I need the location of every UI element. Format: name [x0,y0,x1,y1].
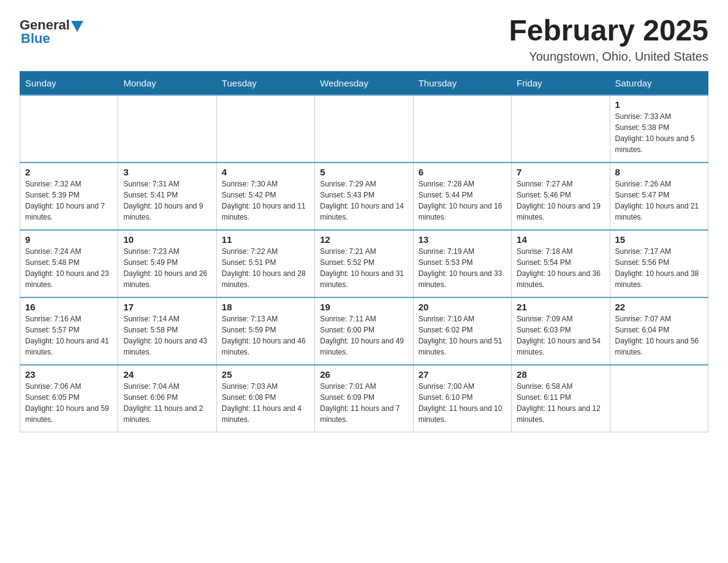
day-info: Sunrise: 7:32 AMSunset: 5:39 PMDaylight:… [25,178,113,223]
day-info: Sunrise: 7:29 AMSunset: 5:43 PMDaylight:… [320,178,408,223]
day-number: 28 [517,369,604,380]
day-info: Sunrise: 7:30 AMSunset: 5:42 PMDaylight:… [222,178,309,223]
day-number: 15 [615,234,703,245]
calendar-table: SundayMondayTuesdayWednesdayThursdayFrid… [20,71,708,433]
day-of-week-header: Tuesday [216,71,314,95]
day-info: Sunrise: 6:58 AMSunset: 6:11 PMDaylight:… [517,381,604,425]
day-number: 6 [419,167,506,177]
day-info: Sunrise: 7:14 AMSunset: 5:58 PMDaylight:… [123,313,211,358]
calendar-header-row: SundayMondayTuesdayWednesdayThursdayFrid… [20,71,708,95]
day-of-week-header: Monday [118,71,216,95]
day-info: Sunrise: 7:03 AMSunset: 6:08 PMDaylight:… [222,381,309,425]
calendar-cell: 8Sunrise: 7:26 AMSunset: 5:47 PMDaylight… [610,163,708,230]
logo-triangle-icon [71,21,83,32]
calendar-cell: 24Sunrise: 7:04 AMSunset: 6:06 PMDayligh… [118,365,216,432]
calendar-cell: 10Sunrise: 7:23 AMSunset: 5:49 PMDayligh… [118,230,216,297]
calendar-cell [315,95,413,163]
calendar-cell: 19Sunrise: 7:11 AMSunset: 6:00 PMDayligh… [315,297,413,365]
day-number: 4 [222,167,309,177]
calendar-cell: 23Sunrise: 7:06 AMSunset: 6:05 PMDayligh… [20,365,118,432]
calendar-cell: 6Sunrise: 7:28 AMSunset: 5:44 PMDaylight… [413,163,511,230]
day-info: Sunrise: 7:00 AMSunset: 6:10 PMDaylight:… [419,381,506,425]
day-number: 13 [419,234,506,245]
calendar-cell: 5Sunrise: 7:29 AMSunset: 5:43 PMDaylight… [315,163,413,230]
day-info: Sunrise: 7:28 AMSunset: 5:44 PMDaylight:… [419,178,506,223]
day-number: 22 [615,302,703,312]
day-info: Sunrise: 7:16 AMSunset: 5:57 PMDaylight:… [25,313,113,358]
calendar-cell: 16Sunrise: 7:16 AMSunset: 5:57 PMDayligh… [20,297,118,365]
calendar-cell: 26Sunrise: 7:01 AMSunset: 6:09 PMDayligh… [315,365,413,432]
calendar-cell: 17Sunrise: 7:14 AMSunset: 5:58 PMDayligh… [118,297,216,365]
day-number: 26 [320,369,408,380]
day-info: Sunrise: 7:22 AMSunset: 5:51 PMDaylight:… [222,246,309,290]
calendar-cell [20,95,118,163]
calendar-cell: 1Sunrise: 7:33 AMSunset: 5:38 PMDaylight… [610,95,708,163]
day-number: 27 [419,369,506,380]
day-number: 21 [517,302,604,312]
day-number: 24 [123,369,211,380]
day-of-week-header: Saturday [610,71,708,95]
day-info: Sunrise: 7:21 AMSunset: 5:52 PMDaylight:… [320,246,408,290]
location-subtitle: Youngstown, Ohio, United States [509,50,708,64]
calendar-cell: 4Sunrise: 7:30 AMSunset: 5:42 PMDaylight… [216,163,314,230]
day-info: Sunrise: 7:17 AMSunset: 5:56 PMDaylight:… [615,246,703,290]
day-number: 9 [25,234,113,245]
calendar-cell: 25Sunrise: 7:03 AMSunset: 6:08 PMDayligh… [216,365,314,432]
day-info: Sunrise: 7:31 AMSunset: 5:41 PMDaylight:… [123,178,211,223]
calendar-cell: 21Sunrise: 7:09 AMSunset: 6:03 PMDayligh… [512,297,610,365]
day-number: 8 [615,167,703,177]
page-header: General Blue February 2025 Youngstown, O… [20,15,708,64]
calendar-cell: 15Sunrise: 7:17 AMSunset: 5:56 PMDayligh… [610,230,708,297]
month-title: February 2025 [509,15,708,47]
day-number: 19 [320,302,408,312]
calendar-cell: 11Sunrise: 7:22 AMSunset: 5:51 PMDayligh… [216,230,314,297]
calendar-cell [512,95,610,163]
day-of-week-header: Wednesday [315,71,413,95]
calendar-week-row: 23Sunrise: 7:06 AMSunset: 6:05 PMDayligh… [20,365,708,432]
day-info: Sunrise: 7:33 AMSunset: 5:38 PMDaylight:… [615,111,703,155]
calendar-cell: 27Sunrise: 7:00 AMSunset: 6:10 PMDayligh… [413,365,511,432]
day-info: Sunrise: 7:07 AMSunset: 6:04 PMDaylight:… [615,313,703,358]
calendar-cell [118,95,216,163]
calendar-cell: 2Sunrise: 7:32 AMSunset: 5:39 PMDaylight… [20,163,118,230]
day-info: Sunrise: 7:06 AMSunset: 6:05 PMDaylight:… [25,381,113,425]
day-info: Sunrise: 7:19 AMSunset: 5:53 PMDaylight:… [419,246,506,290]
day-of-week-header: Sunday [20,71,118,95]
day-number: 20 [419,302,506,312]
day-number: 1 [615,99,703,110]
day-number: 14 [517,234,604,245]
day-info: Sunrise: 7:13 AMSunset: 5:59 PMDaylight:… [222,313,309,358]
calendar-cell [610,365,708,432]
calendar-week-row: 1Sunrise: 7:33 AMSunset: 5:38 PMDaylight… [20,95,708,163]
calendar-cell [216,95,314,163]
calendar-cell: 18Sunrise: 7:13 AMSunset: 5:59 PMDayligh… [216,297,314,365]
day-number: 16 [25,302,113,312]
day-number: 25 [222,369,309,380]
day-info: Sunrise: 7:01 AMSunset: 6:09 PMDaylight:… [320,381,408,425]
day-info: Sunrise: 7:26 AMSunset: 5:47 PMDaylight:… [615,178,703,223]
calendar-week-row: 2Sunrise: 7:32 AMSunset: 5:39 PMDaylight… [20,163,708,230]
day-number: 12 [320,234,408,245]
day-info: Sunrise: 7:18 AMSunset: 5:54 PMDaylight:… [517,246,604,290]
day-info: Sunrise: 7:10 AMSunset: 6:02 PMDaylight:… [419,313,506,358]
day-number: 11 [222,234,309,245]
day-number: 5 [320,167,408,177]
day-number: 23 [25,369,113,380]
day-info: Sunrise: 7:27 AMSunset: 5:46 PMDaylight:… [517,178,604,223]
day-info: Sunrise: 7:11 AMSunset: 6:00 PMDaylight:… [320,313,408,358]
calendar-cell: 28Sunrise: 6:58 AMSunset: 6:11 PMDayligh… [512,365,610,432]
day-info: Sunrise: 7:24 AMSunset: 5:48 PMDaylight:… [25,246,113,290]
calendar-cell: 22Sunrise: 7:07 AMSunset: 6:04 PMDayligh… [610,297,708,365]
calendar-cell: 14Sunrise: 7:18 AMSunset: 5:54 PMDayligh… [512,230,610,297]
day-info: Sunrise: 7:04 AMSunset: 6:06 PMDaylight:… [123,381,211,425]
day-info: Sunrise: 7:23 AMSunset: 5:49 PMDaylight:… [123,246,211,290]
day-number: 2 [25,167,113,177]
calendar-cell [413,95,511,163]
calendar-cell: 20Sunrise: 7:10 AMSunset: 6:02 PMDayligh… [413,297,511,365]
calendar-cell: 3Sunrise: 7:31 AMSunset: 5:41 PMDaylight… [118,163,216,230]
calendar-cell: 13Sunrise: 7:19 AMSunset: 5:53 PMDayligh… [413,230,511,297]
title-block: February 2025 Youngstown, Ohio, United S… [509,15,708,64]
calendar-cell: 7Sunrise: 7:27 AMSunset: 5:46 PMDaylight… [512,163,610,230]
calendar-cell: 12Sunrise: 7:21 AMSunset: 5:52 PMDayligh… [315,230,413,297]
day-of-week-header: Thursday [413,71,511,95]
